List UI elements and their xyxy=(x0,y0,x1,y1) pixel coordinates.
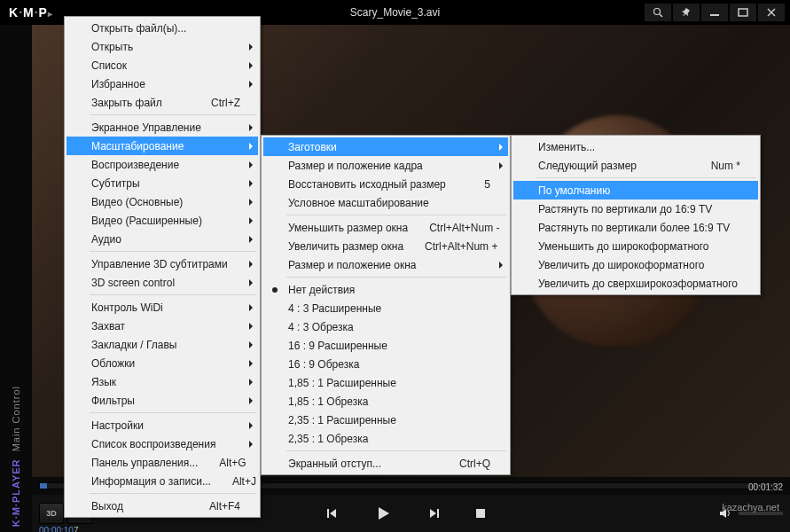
menu-item-label: 16 : 9 Расширенные xyxy=(288,340,387,352)
menu-item[interactable]: 1,85 : 1 Обрезка xyxy=(263,392,508,411)
menu-item-label: 1,85 : 1 Обрезка xyxy=(288,395,368,408)
menu-item-label: Растянуть по вертикали до 16:9 TV xyxy=(538,203,712,215)
context-menu-main: Открыть файл(ы)...ОткрытьСписокИзбранное… xyxy=(64,16,261,518)
menu-item-label: Увеличить до широкоформатного xyxy=(538,259,704,271)
menu-item[interactable]: Растянуть по вертикали более 16:9 TV xyxy=(513,218,758,237)
window-title: Scary_Movie_3.avi xyxy=(350,6,440,19)
menu-item[interactable]: 2,35 : 1 Расширенные xyxy=(263,411,508,429)
menu-item[interactable]: Захват xyxy=(66,317,258,335)
menu-item[interactable]: Растянуть по вертикали до 16:9 TV xyxy=(513,200,758,218)
menu-item[interactable]: Изменить... xyxy=(513,137,758,156)
menu-separator xyxy=(90,114,256,115)
menu-item[interactable]: Уменьшить до широкоформатного xyxy=(513,237,758,255)
menu-item[interactable]: 16 : 9 Обрезка xyxy=(263,355,508,373)
menu-item[interactable]: 3D screen control xyxy=(66,273,258,292)
menu-item-label: Масштабирование xyxy=(91,140,184,153)
menu-item[interactable]: 4 : 3 Расширенные xyxy=(263,299,508,317)
menu-item-label: 4 : 3 Расширенные xyxy=(288,302,381,315)
menu-item[interactable]: Язык xyxy=(66,372,258,391)
menu-item[interactable]: Субтитры xyxy=(66,174,258,192)
menu-item[interactable]: 2,35 : 1 Обрезка xyxy=(263,429,508,448)
menu-item-label: Захват xyxy=(91,320,125,332)
svg-rect-10 xyxy=(327,509,329,518)
context-menu-scaling: ЗаготовкиРазмер и положение кадраВосстан… xyxy=(261,135,511,475)
menu-item[interactable]: Открыть xyxy=(66,37,258,56)
menu-item[interactable]: Аудио xyxy=(66,230,258,248)
menu-item[interactable]: ВыходAlt+F4 xyxy=(66,497,258,515)
stop-button[interactable] xyxy=(474,504,487,523)
menu-item[interactable]: Обложки xyxy=(66,354,258,372)
menu-item[interactable]: Настройки xyxy=(66,416,258,434)
menu-separator xyxy=(90,493,256,494)
menu-item-label: Аудио xyxy=(91,233,121,246)
watermark: kazachya.net xyxy=(722,502,779,512)
menu-item-label: Управление 3D субтитрами xyxy=(91,258,228,270)
search-button[interactable] xyxy=(645,4,671,21)
menu-item[interactable]: Размер и положение кадра xyxy=(263,156,508,175)
menu-item-shortcut: Ctrl+Alt+Num - xyxy=(408,222,499,234)
menu-item-label: Уменьшить размер окна xyxy=(288,222,408,234)
menu-item-label: Закрыть файл xyxy=(91,97,162,109)
menu-item[interactable]: 16 : 9 Расширенные xyxy=(263,336,508,355)
menu-item[interactable]: Увеличить до сверхширокоэформатного xyxy=(513,274,758,293)
menu-separator xyxy=(90,294,256,295)
menu-item-label: Субтитры xyxy=(91,177,140,190)
menu-separator xyxy=(286,215,506,215)
menu-item[interactable]: Фильтры xyxy=(66,391,258,410)
menu-item[interactable]: Размер и положение окна xyxy=(263,255,508,274)
3d-button[interactable]: 3D xyxy=(39,503,64,524)
menu-item[interactable]: Управление 3D субтитрами xyxy=(66,254,258,273)
next-button[interactable] xyxy=(426,504,441,523)
menu-item-label: По умолчанию xyxy=(538,184,610,197)
menu-item[interactable]: Увеличить размер окнаCtrl+Alt+Num + xyxy=(263,237,508,255)
menu-item-label: 16 : 9 Обрезка xyxy=(288,358,359,371)
menu-item[interactable]: Увеличить до широкоформатного xyxy=(513,255,758,274)
menu-item-label: Восстановить исходный размер xyxy=(288,178,446,191)
prev-button[interactable] xyxy=(325,504,340,523)
time-current: 00:00:107 xyxy=(39,526,79,532)
menu-item-shortcut: Ctrl+Z xyxy=(190,97,240,109)
menu-item[interactable]: Избранное xyxy=(66,74,258,93)
menu-item[interactable]: 4 : 3 Обрезка xyxy=(263,317,508,336)
menu-item-shortcut: Alt+J xyxy=(211,475,256,488)
menu-item-label: Список xyxy=(91,59,127,72)
menu-item-label: 2,35 : 1 Обрезка xyxy=(288,433,368,445)
menu-item[interactable]: Закрыть файлCtrl+Z xyxy=(66,93,258,112)
menu-item[interactable]: Закладки / Главы xyxy=(66,335,258,354)
menu-item[interactable]: Список воспроизведения xyxy=(66,434,258,453)
menu-item[interactable]: Нет действия xyxy=(263,280,508,299)
menu-item[interactable]: Открыть файл(ы)... xyxy=(66,19,258,37)
menu-item-label: 3D screen control xyxy=(91,277,175,289)
menu-item[interactable]: Видео (Расширенные) xyxy=(66,211,258,230)
menu-item[interactable]: Контроль WiDi xyxy=(66,298,258,317)
menu-item[interactable]: Экранное Управление xyxy=(66,118,258,137)
play-button[interactable] xyxy=(373,504,393,523)
menu-item[interactable]: Следующий размерNum * xyxy=(513,156,758,175)
menu-item[interactable]: Заготовки xyxy=(263,137,508,156)
menu-item[interactable]: По умолчанию xyxy=(513,181,758,200)
close-button[interactable] xyxy=(758,4,785,21)
menu-item[interactable]: Видео (Основные) xyxy=(66,192,258,211)
menu-item[interactable]: Восстановить исходный размер5 xyxy=(263,175,508,193)
menu-item[interactable]: 1,85 : 1 Расширенные xyxy=(263,373,508,392)
minimize-button[interactable] xyxy=(701,4,728,21)
menu-item[interactable]: Масштабирование xyxy=(66,137,258,155)
menu-separator xyxy=(536,177,756,178)
menu-item[interactable]: Воспроизведение xyxy=(66,155,258,174)
menu-item-shortcut: Ctrl+Alt+Num + xyxy=(403,240,497,253)
menu-item-shortcut: Ctrl+Q xyxy=(438,458,490,470)
menu-item-shortcut: 5 xyxy=(463,178,490,191)
menu-item[interactable]: Информация о записи...Alt+J xyxy=(66,472,258,490)
menu-item-label: Открыть файл(ы)... xyxy=(91,22,186,35)
menu-item[interactable]: Панель управления...Alt+G xyxy=(66,453,258,472)
menu-item-label: Экранное Управление xyxy=(91,121,201,134)
svg-point-0 xyxy=(654,9,661,15)
maximize-button[interactable] xyxy=(730,4,756,21)
menu-item[interactable]: Условное масштабирование xyxy=(263,193,508,212)
menu-item[interactable]: Экранный отступ...Ctrl+Q xyxy=(263,454,508,473)
menu-item[interactable]: Список xyxy=(66,56,258,74)
pin-button[interactable] xyxy=(673,4,700,21)
sidebar-label: K·M·PLAYER Main Control xyxy=(11,386,21,527)
menu-item[interactable]: Уменьшить размер окнаCtrl+Alt+Num - xyxy=(263,218,508,237)
menu-item-label: Размер и положение кадра xyxy=(288,160,423,172)
